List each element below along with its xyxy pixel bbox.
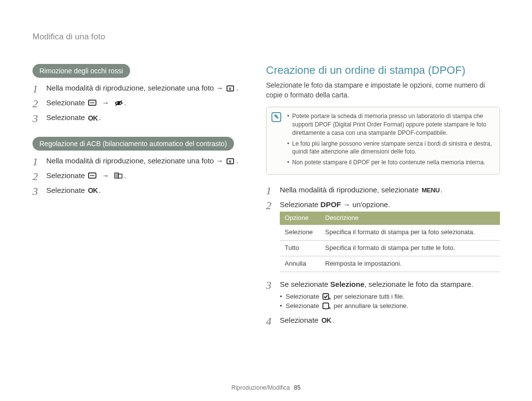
- step-item: Selezionate → .: [33, 170, 252, 181]
- intro-text: Selezionate le foto da stampare e impost…: [266, 81, 500, 100]
- right-column: Creazione di un ordine di stampa (DPOF) …: [266, 64, 500, 335]
- step-text: Nella modalità di riproduzione, selezion…: [46, 156, 223, 165]
- step-item: Selezionate OK.: [33, 112, 252, 123]
- steps-red-eye: Nella modalità di riproduzione, selezion…: [33, 83, 252, 123]
- table-row: Selezione Specifica il formato di stampa…: [280, 225, 500, 240]
- ok-icon: OK: [88, 185, 98, 195]
- note-item: Potete portare la scheda di memoria pres…: [287, 112, 494, 137]
- note-box: ✎ Potete portare la scheda di memoria pr…: [266, 107, 500, 175]
- svg-rect-19: [323, 303, 329, 309]
- pill-red-eye: Rimozione degli occhi rossi: [33, 64, 130, 78]
- bullet-text: per annullare la selezione.: [333, 302, 408, 309]
- svg-rect-15: [118, 174, 122, 178]
- arrow-icon: →: [102, 171, 109, 180]
- step-text: .: [124, 171, 126, 180]
- step-text: Selezionate: [280, 200, 321, 209]
- svg-point-3: [90, 102, 91, 103]
- svg-text:E: E: [229, 159, 232, 163]
- step-item: Selezionate OK.: [33, 185, 252, 196]
- table-cell-desc: Reimposta le impostazioni.: [320, 256, 500, 272]
- step-item: Se selezionate Selezione, selezionate le…: [266, 279, 500, 311]
- table-cell-desc: Specifica il formato di stampa per la fo…: [320, 225, 500, 240]
- note-icon: ✎: [271, 112, 281, 122]
- left-column: Rimozione degli occhi rossi Nella modali…: [33, 64, 252, 205]
- bullet-text: Selezionate: [286, 302, 321, 309]
- step-text: .: [99, 186, 100, 194]
- menu-icon: MENU: [422, 186, 439, 195]
- ok-icon: OK: [322, 315, 332, 325]
- svg-point-11: [90, 175, 91, 176]
- step-text: Selezionate: [46, 98, 85, 107]
- step-item: Nella modalità di riproduzione, selezion…: [33, 155, 252, 166]
- section-title-dpof: Creazione di un ordine di stampa (DPOF): [266, 64, 500, 77]
- steps-acb: Nella modalità di riproduzione, selezion…: [33, 155, 252, 196]
- svg-rect-17: [323, 293, 329, 299]
- sub-bullet-item: Selezionate All per selezionare tutti i …: [280, 292, 500, 302]
- deselect-icon: All: [322, 303, 331, 310]
- steps-dpof: Nella modalità di riproduzione, selezion…: [266, 185, 500, 326]
- table-cell-opt: Annulla: [280, 256, 320, 272]
- pill-acb: Regolazione di ACB (bilanciamento automa…: [33, 137, 234, 151]
- sub-bullet-item: Selezionate All per annullare la selezio…: [280, 301, 500, 311]
- step-text: .: [440, 185, 442, 194]
- palette-icon: [88, 99, 97, 107]
- step-text: Nella modalità di riproduzione, selezion…: [46, 84, 223, 92]
- ok-icon: OK: [88, 113, 98, 123]
- step-text: Selezionate: [280, 316, 318, 324]
- step-text: , selezionate le foto da stampare.: [365, 280, 473, 288]
- acb-icon: [114, 172, 123, 180]
- step-item: Selezionate DPOF → un'opzione. Opzione D…: [266, 199, 500, 272]
- page-number: 85: [294, 384, 300, 391]
- table-head-description: Descrizione: [320, 212, 500, 225]
- step-text: Selezionate: [46, 186, 85, 194]
- note-item: Non potete stampare il DPOF per le foto …: [287, 158, 494, 167]
- table-row: Tutto Specifica il formato di stampa per…: [280, 241, 500, 256]
- step-text: .: [99, 113, 100, 122]
- svg-text:E: E: [229, 87, 232, 90]
- table-cell-opt: Selezione: [280, 225, 320, 240]
- svg-text:All: All: [329, 307, 331, 309]
- step-text: Nella modalità di riproduzione, selezion…: [280, 185, 419, 194]
- select-all-icon: All: [322, 293, 331, 301]
- svg-point-13: [93, 175, 94, 176]
- step-item: Selezionate OK.: [266, 315, 500, 326]
- step-item: Nella modalità di riproduzione, selezion…: [266, 185, 500, 195]
- svg-point-4: [92, 102, 93, 103]
- step-text: Se selezionate: [280, 280, 331, 288]
- step-text: Selezionate: [46, 171, 85, 180]
- step-bold: Selezione: [331, 280, 365, 288]
- svg-point-5: [93, 102, 94, 103]
- table-head-option: Opzione: [280, 212, 320, 225]
- svg-point-12: [92, 175, 93, 176]
- svg-text:All: All: [329, 297, 331, 300]
- step-text: .: [124, 98, 126, 107]
- table-row: Annulla Reimposta le impostazioni.: [280, 256, 500, 272]
- table-cell-opt: Tutto: [280, 241, 320, 256]
- bullet-text: per selezionare tutti i file.: [333, 293, 404, 300]
- step-text: .: [236, 84, 238, 92]
- step-text: .: [332, 316, 334, 324]
- options-table: Opzione Descrizione Selezione Specifica …: [280, 212, 500, 272]
- palette-icon: [88, 172, 97, 180]
- breadcrumb: Modifica di una foto: [33, 32, 105, 42]
- arrow-icon: →: [102, 98, 109, 107]
- edit-mode-icon: E: [227, 158, 235, 165]
- note-list: Potete portare la scheda di memoria pres…: [287, 112, 494, 167]
- step-item: Selezionate → .: [33, 97, 252, 108]
- step-text: → un'opzione.: [341, 200, 390, 209]
- red-eye-fix-icon: [114, 99, 123, 107]
- step-text: Selezionate: [46, 113, 85, 122]
- svg-rect-16: [115, 174, 118, 178]
- step-item: Nella modalità di riproduzione, selezion…: [33, 83, 252, 93]
- step-text: .: [236, 156, 238, 165]
- step-bold: DPOF: [321, 200, 341, 209]
- sub-bullets: Selezionate All per selezionare tutti i …: [280, 292, 500, 311]
- table-cell-desc: Specifica il formato di stampa per tutte…: [320, 241, 500, 256]
- bullet-text: Selezionate: [286, 293, 321, 300]
- page-footer: Riproduzione/Modifica 85: [0, 384, 532, 391]
- footer-section: Riproduzione/Modifica: [232, 384, 290, 391]
- edit-mode-icon: E: [227, 85, 235, 93]
- note-item: Le foto più larghe possono venire stampa…: [287, 140, 494, 156]
